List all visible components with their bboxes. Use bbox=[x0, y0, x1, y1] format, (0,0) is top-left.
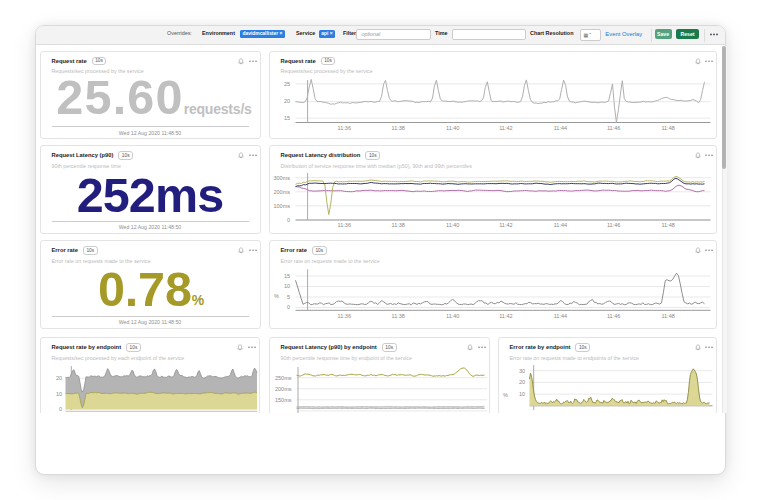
svg-text:10: 10 bbox=[284, 283, 290, 289]
svg-text:11:40: 11:40 bbox=[446, 313, 459, 319]
svg-text:0: 0 bbox=[59, 406, 62, 412]
svg-text:100ms: 100ms bbox=[273, 202, 290, 208]
svg-text:200ms: 200ms bbox=[273, 188, 290, 194]
svg-text:11:38: 11:38 bbox=[392, 313, 405, 319]
svg-text:0: 0 bbox=[287, 304, 290, 310]
svg-text:10: 10 bbox=[56, 391, 62, 397]
svg-text:0: 0 bbox=[287, 216, 290, 222]
svg-text:15: 15 bbox=[284, 115, 290, 121]
svg-text:%: % bbox=[503, 392, 508, 398]
svg-text:11:40: 11:40 bbox=[446, 222, 459, 228]
svg-text:11:46: 11:46 bbox=[607, 222, 620, 228]
svg-text:11:42: 11:42 bbox=[499, 125, 512, 131]
svg-text:11:40: 11:40 bbox=[446, 125, 459, 131]
svg-text:11:48: 11:48 bbox=[661, 313, 674, 319]
svg-text:%: % bbox=[274, 293, 279, 299]
svg-text:11:36: 11:36 bbox=[338, 125, 351, 131]
svg-text:11:38: 11:38 bbox=[392, 125, 405, 131]
svg-text:11:44: 11:44 bbox=[554, 313, 567, 319]
svg-text:20: 20 bbox=[56, 375, 62, 381]
svg-text:11:44: 11:44 bbox=[554, 222, 567, 228]
svg-text:11:36: 11:36 bbox=[338, 222, 351, 228]
svg-text:11:48: 11:48 bbox=[661, 222, 674, 228]
svg-text:10: 10 bbox=[519, 391, 525, 397]
svg-text:11:38: 11:38 bbox=[392, 222, 405, 228]
svg-text:30: 30 bbox=[519, 368, 525, 374]
svg-text:11:48: 11:48 bbox=[661, 125, 674, 131]
svg-text:200ms: 200ms bbox=[275, 386, 292, 392]
svg-text:300ms: 300ms bbox=[273, 174, 290, 180]
svg-text:11:46: 11:46 bbox=[607, 313, 620, 319]
svg-text:11:36: 11:36 bbox=[338, 313, 351, 319]
svg-text:15: 15 bbox=[284, 273, 290, 279]
svg-text:5: 5 bbox=[287, 294, 290, 300]
svg-text:11:42: 11:42 bbox=[499, 313, 512, 319]
svg-text:20: 20 bbox=[519, 379, 525, 385]
svg-text:11:42: 11:42 bbox=[499, 222, 512, 228]
svg-text:150ms: 150ms bbox=[275, 397, 292, 403]
svg-text:250ms: 250ms bbox=[275, 375, 292, 381]
svg-text:25: 25 bbox=[284, 81, 290, 87]
svg-text:11:44: 11:44 bbox=[554, 125, 567, 131]
svg-text:20: 20 bbox=[284, 98, 290, 104]
svg-text:11:46: 11:46 bbox=[607, 125, 620, 131]
